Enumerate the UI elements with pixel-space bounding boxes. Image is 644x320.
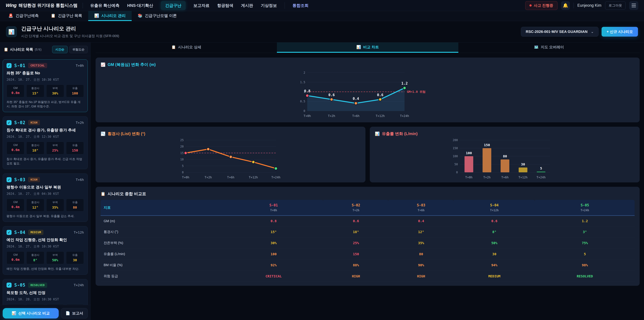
row-value: 12° [388, 226, 454, 237]
table-row: 횡경사 (°)15°18°12°8°3° [100, 226, 634, 237]
scenario-card-s-02[interactable]: ✓S-02HIGHT+2h침수 확대로 경사 증가, 유출량 증가 추세2024… [3, 116, 88, 169]
scenario-title: 침수 확대로 경사 증가, 유출량 증가 추세 [6, 128, 84, 133]
sort-by-time-button[interactable]: 시간순 [52, 46, 68, 53]
scenario-card-s-04[interactable]: ✓S-04MEDIUMT+12h예인 작업 진행중, 선체 안정화 확인2024… [3, 226, 88, 274]
notification-bell-button[interactable]: 🔔 [561, 1, 570, 10]
scenario-checkbox[interactable]: ✓ [6, 177, 12, 182]
new-scenario-button[interactable]: + 신규 시나리오 [602, 27, 638, 37]
scenario-checkbox[interactable]: ✓ [6, 63, 12, 68]
gm-chart: 00.511.52GM=1.0 위험0.80.60.40.61.2T+0hT+2… [96, 68, 640, 121]
row-value: 35% [388, 237, 454, 248]
sub-tab-label: 긴급구난모델 이론 [145, 13, 177, 18]
row-value: 90% [388, 260, 454, 271]
view-tab-label: 시나리오 상세 [178, 45, 201, 50]
heel-chart: 0510152025T+0hT+2hT+6hT+12hT+24h [96, 137, 366, 182]
sub-tab-4[interactable]: 📚긴급구난모델 이론 [132, 11, 183, 21]
svg-text:0: 0 [304, 109, 305, 113]
scenario-checkbox[interactable]: ✓ [6, 282, 12, 288]
scenario-description: 평형수 이동으로 경사 일부 복원. 유출률 감소 추세. [6, 214, 84, 218]
svg-text:2: 2 [304, 71, 305, 74]
incident-status-label: 사고 진행중 [534, 3, 553, 8]
scenario-card-s-01[interactable]: ✓S-01CRITICALT+0h좌현 35° 충돌로 No2024. 10. … [3, 59, 88, 112]
nav-item-5[interactable]: 항공탐색 [217, 3, 233, 8]
row-value: 50% [454, 237, 535, 248]
sub-tab-3[interactable]: 📊시나리오 관리 [88, 11, 132, 21]
header-divider [574, 3, 574, 9]
vessel-select-dropdown[interactable]: RSC-2026-001·M/V SEA GUARDIAN ⌄ [521, 27, 598, 37]
sub-tab-2[interactable]: 📋긴급구난 목록 [45, 11, 88, 21]
sub-tab-icon: 📚 [138, 14, 142, 18]
nav-item-2[interactable]: HNS·대기확산 [127, 3, 153, 8]
table-header-s-05: S-05T+24h [535, 200, 634, 216]
row-value: 8° [454, 226, 535, 237]
nav-item-4[interactable]: 보고자료 [193, 3, 210, 8]
svg-text:T+0h: T+0h [465, 176, 472, 179]
view-tab-2[interactable]: 📊비교 차트 [277, 43, 458, 53]
row-value: 5 [535, 248, 634, 260]
view-tab-1[interactable]: 📋시나리오 상세 [96, 43, 277, 53]
metric-value: 18° [28, 148, 43, 152]
metric-chip: 유출80 [66, 199, 84, 211]
svg-text:10: 10 [180, 158, 184, 161]
chevron-down-icon: ⌄ [591, 30, 594, 34]
logout-button[interactable]: 로그아웃 [605, 1, 626, 10]
scenario-card-s-05[interactable]: ✓S-05RESOLVEDT+24h목포항 도착, 선체 안정2024. 10.… [3, 279, 88, 305]
scenario-description: 침수 확대로 경사 증가, 유출량 증가 추세. 긴급 이초 작업 검토 필요. [6, 157, 84, 166]
nav-item-1[interactable]: 유출유 확산예측 [90, 3, 120, 8]
scenario-checkbox[interactable]: ✓ [6, 230, 12, 235]
page-title: 긴급구난 시나리오 관리 [21, 25, 119, 32]
scenario-id: S-05 [14, 282, 26, 288]
table-header-s-04: S-04T+12h [454, 200, 535, 216]
sub-tab-icon: 📋 [51, 14, 56, 18]
compare-scenarios-button[interactable]: 📊 선택 시나리오 비교 [3, 308, 59, 318]
page-subtitle: 시간 단계별 시나리오 비교·검토 및 구난 의사결정 지원 (SFR-009) [21, 34, 119, 38]
scenario-title: 평형수 이동으로 경사 일부 복원 [6, 185, 84, 190]
sidebar-bottom-bar: 📊 선택 시나리오 비교 📄 보고서 [0, 305, 90, 320]
scenario-datetime: 2024. 10. 28. 오전 10:30 KST [6, 297, 84, 301]
nav-item-7[interactable]: 기상정보 [261, 3, 277, 8]
scenario-id: S-03 [14, 177, 26, 182]
spill-chart: 050100150200100T+0h150T+2h80T+6h30T+12h5… [370, 137, 640, 182]
row-metric-label: 횡경사 (°) [100, 226, 224, 237]
page-icon: 📊 [6, 26, 17, 37]
svg-text:1.2: 1.2 [401, 81, 408, 85]
column-scenario-id: S-05 [538, 203, 632, 207]
scenario-description: 좌현 35° 충돌로 No.1P 화물탱크 파공, 벙커C유 유출 개시. 좌현… [6, 100, 84, 109]
metric-chip: GM0.4m [6, 199, 24, 211]
metric-value: 0.6m [8, 258, 23, 262]
chart-row: 📉 횡경사 (List) 변화 (°) 0510152025T+0hT+2hT+… [96, 127, 640, 187]
nav-item-6[interactable]: 게시판 [241, 3, 253, 8]
sub-tab-1[interactable]: 🚨긴급구난예측 [2, 11, 45, 21]
top-bar: Wing 해양환경 위기대응 통합시스템 유출유 확산예측HNS·대기확산긴급구… [0, 0, 644, 11]
incident-status-badge: 사고 진행중 [525, 1, 558, 10]
comparison-table-title-text: 시나리오 종합 비교표 [108, 191, 146, 196]
nav-item-8[interactable]: 통합조회 [292, 3, 308, 8]
metric-value: 150 [67, 148, 83, 152]
row-value: 25% [323, 237, 388, 248]
scenario-list-title: 📋 시나리오 목록 (5개) [4, 47, 42, 52]
hamburger-icon [632, 7, 636, 7]
metric-value: 50% [48, 258, 63, 262]
report-button[interactable]: 📄 보고서 [61, 308, 88, 318]
table-header-metric: 지표 [100, 200, 224, 216]
main-area: 📋시나리오 상세📊비교 차트🗺️지도 오버레이 📈 GM (복원심) 변화 추이… [90, 43, 644, 320]
column-time-offset: T+12h [457, 209, 532, 212]
nav-item-3[interactable]: 긴급구난 [161, 1, 186, 10]
row-value: 98% [535, 260, 634, 271]
hamburger-menu-button[interactable] [629, 1, 638, 10]
sort-by-risk-button[interactable]: 위험도순 [69, 46, 88, 53]
scenario-metrics: GM0.4m횡경사12°부력35%유출80 [6, 199, 84, 211]
row-metric-label: 잔존부력 (%) [100, 237, 224, 248]
svg-text:0.8: 0.8 [304, 89, 310, 93]
svg-text:200: 200 [453, 138, 458, 142]
scenario-card-s-03[interactable]: ✓S-03HIGHT+6h평형수 이동으로 경사 일부 복원2024. 10. … [3, 173, 88, 222]
scenario-card-header: ✓S-04MEDIUMT+12h [6, 230, 84, 235]
metric-chip: 횡경사15° [26, 85, 44, 97]
view-tab-label: 지도 오버레이 [541, 45, 564, 50]
view-tab-3[interactable]: 🗺️지도 오버레이 [458, 43, 640, 53]
scenario-checkbox[interactable]: ✓ [6, 120, 12, 125]
svg-text:T+0h: T+0h [182, 176, 189, 179]
svg-text:T+12h: T+12h [249, 176, 258, 179]
metric-label: 부력 [48, 201, 63, 204]
sub-tab-label: 긴급구난예측 [16, 13, 39, 18]
